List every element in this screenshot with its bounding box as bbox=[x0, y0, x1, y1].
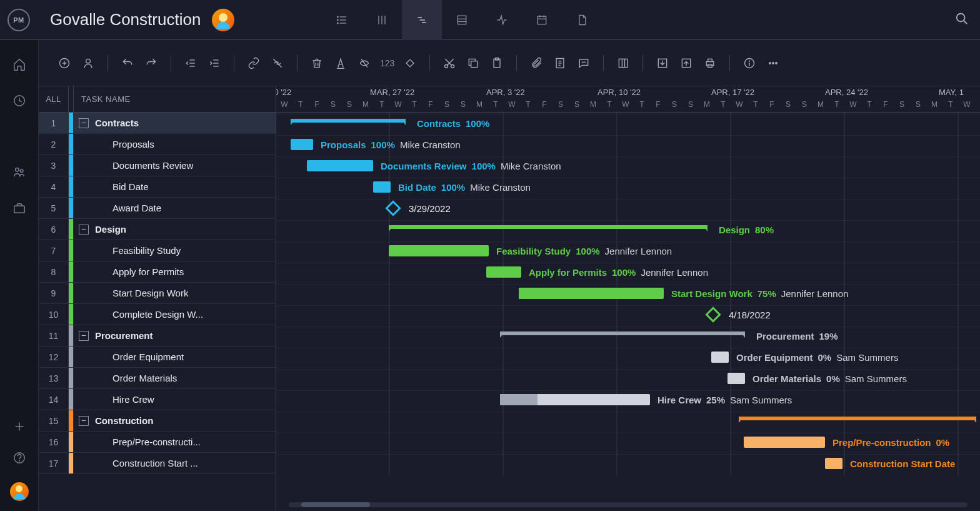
task-row[interactable]: 9 Start Design Work bbox=[39, 283, 276, 304]
task-bar[interactable] bbox=[711, 352, 729, 363]
svg-point-72 bbox=[772, 62, 774, 64]
task-row[interactable]: 13 Order Materials bbox=[39, 368, 276, 389]
task-bar[interactable] bbox=[519, 288, 664, 299]
add-icon[interactable] bbox=[12, 420, 26, 433]
paste-button[interactable] bbox=[488, 54, 506, 73]
task-bar[interactable] bbox=[744, 437, 825, 448]
task-bar[interactable] bbox=[728, 373, 745, 384]
collapse-toggle[interactable]: − bbox=[79, 225, 89, 235]
recent-icon[interactable] bbox=[12, 94, 26, 108]
task-row[interactable]: 16 Prep/Pre-constructi... bbox=[39, 432, 276, 453]
svg-rect-15 bbox=[538, 16, 546, 24]
view-tab-board[interactable] bbox=[362, 0, 402, 40]
task-bar[interactable] bbox=[486, 266, 521, 278]
app-logo[interactable]: PM bbox=[8, 9, 30, 31]
task-row[interactable]: 15 − Construction bbox=[39, 410, 276, 432]
task-row[interactable]: 10 Complete Design W... bbox=[39, 304, 276, 325]
gantt-chart[interactable]: , 20 '22MAR, 27 '22APR, 3 '22APR, 10 '22… bbox=[276, 86, 980, 511]
summary-bar[interactable] bbox=[291, 119, 406, 123]
day-label: M bbox=[926, 100, 942, 111]
undo-button[interactable] bbox=[118, 54, 137, 73]
day-label: S bbox=[325, 100, 341, 111]
task-row[interactable]: 2 Proposals bbox=[39, 134, 276, 155]
notes-button[interactable] bbox=[551, 54, 569, 73]
task-row[interactable]: 4 Bid Date bbox=[39, 176, 276, 198]
view-tab-gantt[interactable] bbox=[402, 0, 442, 40]
task-row[interactable]: 3 Documents Review bbox=[39, 155, 276, 176]
task-row[interactable]: 11 − Procurement bbox=[39, 325, 276, 347]
day-label: T bbox=[488, 100, 504, 111]
bar-label: Prep/Pre-construction0% bbox=[832, 437, 949, 448]
unlink-button[interactable] bbox=[268, 54, 287, 73]
clear-format-button[interactable] bbox=[355, 54, 374, 73]
indent-button[interactable] bbox=[205, 54, 224, 73]
task-row[interactable]: 17 Construction Start ... bbox=[39, 453, 276, 474]
attach-button[interactable] bbox=[527, 54, 546, 73]
task-name: Procurement bbox=[89, 330, 276, 341]
summary-bar[interactable] bbox=[739, 417, 976, 420]
home-icon[interactable] bbox=[12, 58, 26, 71]
numbers-label: 123 bbox=[379, 58, 396, 68]
milestone-button[interactable] bbox=[401, 54, 419, 73]
view-tab-file[interactable] bbox=[562, 0, 602, 40]
view-tab-list[interactable] bbox=[322, 0, 362, 40]
user-avatar[interactable] bbox=[212, 9, 234, 31]
milestone-icon[interactable] bbox=[385, 200, 401, 216]
collapse-toggle[interactable]: − bbox=[79, 331, 89, 341]
collapse-toggle[interactable]: − bbox=[79, 416, 89, 426]
task-bar[interactable] bbox=[291, 139, 313, 150]
task-row[interactable]: 8 Apply for Permits bbox=[39, 261, 276, 283]
team-icon[interactable] bbox=[12, 165, 26, 179]
day-label: T bbox=[829, 100, 845, 111]
copy-button[interactable] bbox=[464, 54, 482, 73]
row-number: 1 bbox=[39, 113, 69, 133]
milestone-icon[interactable] bbox=[705, 306, 721, 322]
task-row[interactable]: 6 − Design bbox=[39, 219, 276, 240]
row-number: 6 bbox=[39, 219, 69, 240]
column-header-taskname[interactable]: TASK NAME bbox=[74, 94, 276, 104]
text-style-button[interactable] bbox=[331, 54, 350, 73]
outdent-button[interactable] bbox=[181, 54, 200, 73]
help-icon[interactable] bbox=[12, 451, 26, 465]
view-tab-activity[interactable] bbox=[482, 0, 522, 40]
import-button[interactable] bbox=[653, 54, 672, 73]
columns-button[interactable] bbox=[614, 54, 632, 73]
row-color-bar bbox=[69, 304, 74, 325]
day-label: F bbox=[878, 100, 894, 111]
task-bar[interactable] bbox=[373, 181, 391, 193]
print-button[interactable] bbox=[701, 54, 719, 73]
task-bar[interactable] bbox=[500, 394, 650, 405]
summary-bar[interactable] bbox=[389, 225, 708, 229]
column-header-all[interactable]: ALL bbox=[39, 86, 69, 112]
task-row[interactable]: 12 Order Equipment bbox=[39, 347, 276, 368]
task-bar[interactable] bbox=[825, 458, 842, 469]
svg-point-73 bbox=[776, 62, 778, 64]
redo-button[interactable] bbox=[142, 54, 161, 73]
link-button[interactable] bbox=[244, 54, 263, 73]
horizontal-scrollbar[interactable] bbox=[289, 502, 968, 507]
task-bar[interactable] bbox=[389, 245, 489, 256]
task-name: Contracts bbox=[89, 118, 276, 128]
view-tab-calendar[interactable] bbox=[522, 0, 562, 40]
add-task-button[interactable] bbox=[55, 54, 74, 73]
cut-button[interactable] bbox=[440, 54, 459, 73]
portfolio-icon[interactable] bbox=[12, 201, 26, 215]
task-row[interactable]: 1 − Contracts bbox=[39, 113, 276, 134]
assign-button[interactable] bbox=[79, 54, 98, 73]
task-bar[interactable] bbox=[307, 160, 373, 171]
info-button[interactable] bbox=[740, 54, 759, 73]
search-button[interactable] bbox=[955, 12, 969, 28]
task-row[interactable]: 7 Feasibility Study bbox=[39, 240, 276, 261]
task-row[interactable]: 14 Hire Crew bbox=[39, 389, 276, 410]
collapse-toggle[interactable]: − bbox=[79, 118, 89, 128]
view-tab-sheet[interactable] bbox=[442, 0, 482, 40]
summary-bar[interactable] bbox=[500, 331, 745, 335]
delete-button[interactable] bbox=[308, 54, 326, 73]
day-label: W bbox=[390, 100, 406, 111]
more-button[interactable] bbox=[764, 54, 782, 73]
export-button[interactable] bbox=[677, 54, 696, 73]
day-label: W bbox=[618, 100, 634, 111]
comment-button[interactable] bbox=[574, 54, 593, 73]
task-row[interactable]: 5 Award Date bbox=[39, 198, 276, 219]
current-user-avatar[interactable] bbox=[10, 482, 29, 501]
